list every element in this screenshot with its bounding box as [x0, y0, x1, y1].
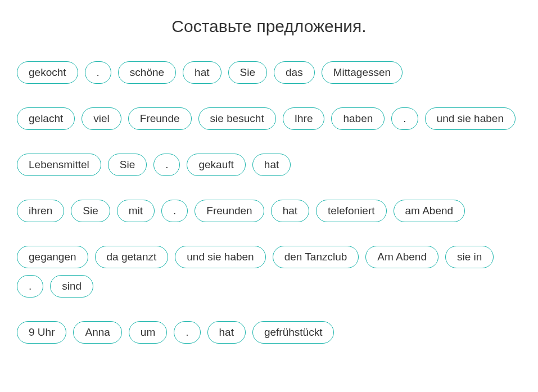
word-chip[interactable]: sie in: [445, 246, 494, 268]
word-chip[interactable]: Sie: [228, 61, 267, 84]
word-chip[interactable]: telefoniert: [316, 200, 386, 222]
word-chip[interactable]: .: [174, 321, 200, 344]
word-chip[interactable]: hat: [252, 154, 291, 176]
word-chip[interactable]: .: [153, 154, 180, 176]
word-chip[interactable]: und sie haben: [175, 246, 265, 268]
word-chip[interactable]: sind: [50, 275, 93, 298]
word-chip[interactable]: Sie: [108, 154, 147, 176]
word-chip[interactable]: Freunden: [195, 200, 264, 222]
sentence-row: 9 UhrAnnaum.hatgefrühstückt: [17, 321, 521, 344]
exercise-container: gekocht.schönehatSiedasMittagessengelach…: [17, 61, 521, 344]
sentence-row: gekocht.schönehatSiedasMittagessen: [17, 61, 521, 84]
word-chip[interactable]: gegangen: [17, 246, 88, 268]
word-chip[interactable]: Sie: [71, 200, 110, 222]
word-chip[interactable]: haben: [331, 107, 385, 130]
word-chip[interactable]: gefrühstückt: [252, 321, 334, 344]
word-chip[interactable]: hat: [207, 321, 246, 344]
word-chip[interactable]: und sie haben: [425, 107, 516, 130]
word-chip[interactable]: Mittagessen: [322, 61, 403, 84]
sentence-row: gegangenda getanztund sie habenden Tanzc…: [17, 246, 521, 298]
word-chip[interactable]: hat: [271, 200, 309, 222]
word-chip[interactable]: Ihre: [283, 107, 325, 130]
word-chip[interactable]: hat: [183, 61, 221, 84]
word-chip[interactable]: .: [161, 200, 188, 222]
word-chip[interactable]: Lebensmittel: [17, 154, 101, 176]
word-chip[interactable]: viel: [82, 107, 121, 130]
word-chip[interactable]: da getanzt: [95, 246, 169, 268]
sentence-row: ihrenSiemit.Freundenhattelefoniertam Abe…: [17, 200, 521, 222]
word-chip[interactable]: ihren: [17, 200, 64, 222]
sentence-row: LebensmittelSie.gekaufthat: [17, 154, 521, 176]
word-chip[interactable]: .: [17, 275, 43, 298]
word-chip[interactable]: Freunde: [128, 107, 192, 130]
word-chip[interactable]: am Abend: [394, 200, 465, 222]
word-chip[interactable]: Anna: [73, 321, 121, 344]
sentence-row: gelachtvielFreundesie besuchtIhrehaben.u…: [17, 107, 521, 130]
page-title: Составьте предложения.: [17, 17, 521, 36]
word-chip[interactable]: das: [274, 61, 315, 84]
word-chip[interactable]: schöne: [118, 61, 176, 84]
word-chip[interactable]: 9 Uhr: [17, 321, 66, 344]
word-chip[interactable]: sie besucht: [198, 107, 276, 130]
word-chip[interactable]: den Tanzclub: [273, 246, 359, 268]
word-chip[interactable]: um: [129, 321, 167, 344]
word-chip[interactable]: .: [85, 61, 111, 84]
word-chip[interactable]: mit: [117, 200, 155, 222]
word-chip[interactable]: gelacht: [17, 107, 75, 130]
word-chip[interactable]: gekocht: [17, 61, 78, 84]
word-chip[interactable]: .: [391, 107, 418, 130]
word-chip[interactable]: gekauft: [187, 154, 245, 176]
word-chip[interactable]: Am Abend: [365, 246, 438, 268]
